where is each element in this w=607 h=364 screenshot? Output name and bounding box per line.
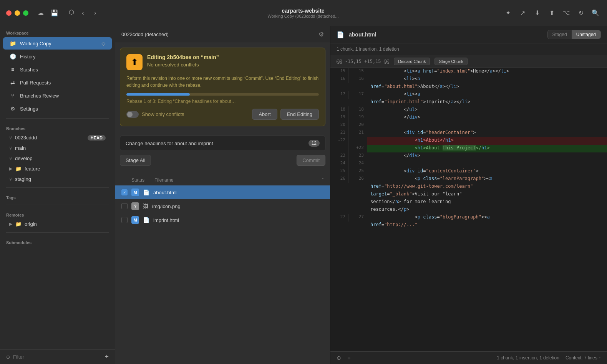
diff-footer-icon-left[interactable]: ⊙ [337, 355, 341, 361]
commit-message-text: Change headlines for about and imprint [126, 141, 213, 146]
sidebar-item-settings[interactable]: ⚙ Settings [3, 103, 112, 115]
diff-file-icon: 📄 [337, 31, 344, 38]
titlebar-center: carparts-website Working Copy (0023cddd … [104, 8, 503, 18]
rebase-card-header: ⬆ Editing 2b504bee on “main” No unresolv… [126, 54, 319, 70]
filter-icon: ⊙ [6, 354, 10, 360]
line-content: <div id="contentContainer"> [367, 168, 607, 175]
toggle-switch[interactable] [126, 111, 139, 118]
filter-input[interactable] [13, 354, 101, 360]
line-content: </div> [367, 152, 607, 160]
diff-line: 19 19 </div> [330, 114, 607, 122]
inbox-icon[interactable]: ☁ [36, 8, 45, 18]
minimize-button[interactable] [15, 10, 20, 16]
file-checkbox-imprint[interactable] [121, 217, 128, 223]
file-status-badge-img: ? [131, 202, 139, 210]
search-icon[interactable]: 🔍 [590, 8, 601, 18]
workspace-label: Workspace [0, 26, 115, 37]
collapse-icon[interactable]: ˄ [322, 177, 324, 183]
line-content: </div> [367, 114, 607, 122]
branch-item-develop[interactable]: ⑂ develop [3, 154, 112, 163]
line-num-new: 21 [349, 129, 367, 137]
line-content: <p class="learnParagraph"><a [367, 175, 607, 183]
diff-line-removed: -22 <h1>About</h1> [330, 137, 607, 145]
line-content: resources.</p> [367, 206, 607, 214]
file-row-imprint-html[interactable]: M 📄 imprint.html [115, 213, 330, 227]
commit-actions: Stage All Commit [120, 155, 325, 166]
sidebar-item-working-copy[interactable]: 📁 Working Copy ◇ [3, 37, 112, 50]
commit-area: Change headlines for about and imprint 1… [120, 136, 325, 170]
submodules-label: Submodules [0, 236, 115, 247]
rebase-buttons: Abort End Editing [252, 109, 319, 120]
branches-review-label: Branches Review [20, 93, 106, 99]
staged-tab[interactable]: Staged [548, 30, 572, 39]
maximize-button[interactable] [23, 10, 28, 16]
cloud-download-icon[interactable]: ⬇ [532, 8, 542, 18]
nav-back-icon[interactable]: ⬡ [67, 8, 76, 17]
settings-sliders-icon[interactable]: ⚙ [318, 31, 324, 38]
line-content: href="imprint.html">Imprint</a></li> [367, 99, 607, 106]
line-num-new: 18 [349, 106, 367, 114]
show-conflicts-toggle[interactable]: Show only conflicts [126, 111, 184, 118]
line-num-new: 16 [349, 76, 367, 83]
remote-item-origin[interactable]: ▶ 📁 origin [3, 219, 112, 229]
rebase-card-text: Editing 2b504bee on “main” No unresolved… [147, 54, 219, 68]
arrow-right-icon[interactable]: › [90, 8, 101, 18]
unstaged-tab[interactable]: Unstaged [572, 30, 600, 39]
disk-icon[interactable]: 💾 [50, 8, 59, 18]
end-editing-button[interactable]: End Editing [280, 109, 319, 120]
line-content: href="about.html">About</a></li> [367, 83, 607, 91]
stage-all-button[interactable]: Stage All [120, 155, 151, 166]
rebase-status-text: Rebase 1 of 3: Editing “Change headlines… [126, 99, 319, 104]
branch-icon: ⑂ [9, 177, 12, 182]
sidebar-item-pull-requests[interactable]: ⇄ Pull Requests [3, 76, 112, 89]
branches-icon: ⑂ [9, 92, 16, 99]
branch-header-title: 0023cddd (detached) [121, 31, 169, 37]
commit-button[interactable]: Commit [297, 155, 325, 166]
working-copy-label: Working Copy [20, 41, 98, 46]
nav-arrows: ⬡ ‹ › [67, 8, 101, 18]
sidebar-item-branches-review[interactable]: ⑂ Branches Review [3, 89, 112, 102]
line-num-old: 23 [330, 152, 349, 160]
file-icon-imprint: 📄 [143, 217, 149, 223]
branch-item-0023cddd[interactable]: ⑂ 0023cddd HEAD [3, 133, 112, 142]
close-button[interactable] [6, 10, 12, 16]
arrow-left-icon[interactable]: ‹ [78, 8, 88, 18]
branch-merge-icon[interactable]: ⌥ [561, 8, 572, 18]
file-checkbox-about[interactable] [121, 189, 128, 195]
cursor-icon[interactable]: ✦ [503, 8, 513, 18]
branch-item-feature[interactable]: ▶ 📁 feature [3, 164, 112, 174]
traffic-lights [6, 10, 28, 16]
share-icon[interactable]: ↗ [517, 8, 528, 18]
line-num-old: 16 [330, 76, 349, 83]
diff-line: 24 24 [330, 160, 607, 168]
branch-header: 0023cddd (detached) ⚙ [115, 26, 330, 43]
branch-item-staging[interactable]: ⑂ staging [3, 174, 112, 184]
line-num-old: 26 [330, 175, 349, 183]
sidebar-item-stashes[interactable]: ≡ Stashes [3, 63, 112, 76]
sidebar-item-history[interactable]: 🕐 History [3, 50, 112, 63]
branch-item-main[interactable]: ⑂ main [3, 143, 112, 153]
diff-line-cont: target="_blank">Visit our "learn" [330, 191, 607, 199]
file-name-imprint: imprint.html [153, 217, 179, 223]
line-num-new: 15 [349, 68, 367, 76]
file-row-about-html[interactable]: M 📄 about.html [115, 185, 330, 199]
refresh-icon[interactable]: ↻ [575, 8, 586, 18]
pull-icon[interactable]: ⬆ [546, 8, 557, 18]
abort-button[interactable]: Abort [252, 109, 277, 120]
sidebar-divider-2 [6, 187, 109, 188]
rebase-card: ⬆ Editing 2b504bee on “main” No unresolv… [120, 48, 325, 126]
add-filter-button[interactable]: + [104, 353, 109, 361]
diff-footer-icon-right[interactable]: ≡ [347, 355, 350, 361]
list-icon: ≡ [9, 66, 16, 73]
sidebar-divider-3 [6, 205, 109, 205]
discard-chunk-button[interactable]: Discard Chunk [394, 58, 430, 65]
diff-line: 23 23 </div> [330, 152, 607, 160]
line-content: href="http://www.git-tower.com/learn" [367, 183, 607, 191]
diff-line: 25 25 <div id="contentContainer"> [330, 168, 607, 175]
diff-line-cont: href="http://..." [330, 222, 607, 229]
file-checkbox-img[interactable] [121, 203, 128, 209]
stage-chunk-button[interactable]: Stage Chunk [435, 58, 468, 65]
file-row-img-icon[interactable]: ? 🖼 img/icon.png [115, 199, 330, 213]
rebase-card-subtitle: No unresolved conflicts [147, 62, 219, 68]
line-num-new: 17 [349, 91, 367, 99]
